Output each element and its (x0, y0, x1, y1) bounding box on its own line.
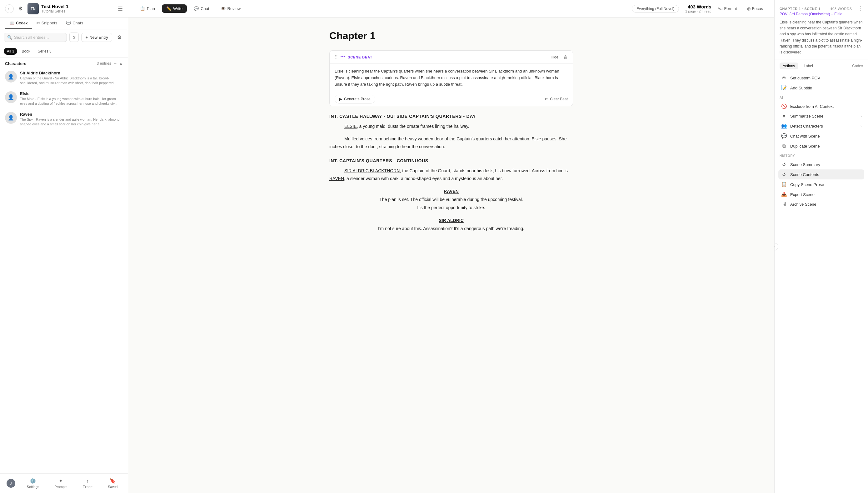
avatar: 👤 (5, 112, 17, 124)
novel-name: Test Novel 1 (41, 4, 115, 9)
character-name-heading-2: SIR ALDRIC (329, 218, 573, 223)
sir-aldric-link: SIR ALDRIC BLACKTHORN (344, 168, 400, 173)
saved-icon: 🔖 (110, 478, 116, 484)
action-scene-contents[interactable]: ↺ Scene Contents (778, 169, 864, 179)
action-paragraph-1: ELSIE, a young maid, dusts the ornate fr… (329, 123, 573, 130)
main-topbar: 📋 Plan ✏️ Write 💬 Chat 👁️ Review Everyth… (128, 0, 774, 18)
actions-panel: Actions Label + Codex 👁 Set custom POV 📝… (775, 59, 868, 493)
tab-label[interactable]: Label (801, 63, 816, 69)
elsie-link: ELSIE (344, 124, 357, 129)
settings-button[interactable]: ⚙️ Settings (23, 477, 43, 490)
action-paragraph-2: Muffled voices from behind the heavy woo… (329, 135, 573, 151)
action-scene-summary[interactable]: ↺ Scene Summary (778, 159, 864, 169)
action-archive-scene[interactable]: 🗄 Archive Scene (778, 199, 864, 209)
scene-beat-wave-icon: 〜 (340, 54, 345, 60)
review-nav-button[interactable]: 👁️ Review (216, 4, 245, 13)
full-novel-button[interactable]: Everything (Full Novel) (632, 5, 679, 13)
action-summarize-scene[interactable]: ≡ Summarize Scene › (778, 111, 864, 121)
action-copy-scene-prose[interactable]: 📋 Copy Scene Prose (778, 179, 864, 190)
clear-beat-button[interactable]: ⟳ Clear Beat (545, 97, 568, 101)
tab-codex[interactable]: 📖 Codex (5, 18, 32, 29)
collapse-characters-icon[interactable]: ▲ (119, 61, 123, 66)
detect-icon: 👥 (781, 123, 787, 129)
filter-tab-book[interactable]: Book (18, 48, 33, 55)
character-name: Sir Aldric Blackthorn (20, 71, 123, 76)
prompts-button[interactable]: ✦ Prompts (51, 477, 71, 490)
more-options-icon[interactable]: ⋮ (858, 5, 863, 12)
character-name: Raven (20, 112, 123, 116)
plus-icon: + (85, 35, 88, 40)
clear-icon: ⟳ (545, 97, 548, 101)
chats-icon: 💬 (66, 21, 71, 25)
action-chat-with-scene[interactable]: 💬 Chat with Scene (778, 131, 864, 141)
word-count-area: 403 Words 1 page · 2m read (685, 4, 711, 13)
filter-tab-all[interactable]: All 3 (4, 48, 17, 55)
character-info: Raven The Spy - Raven is a slender and a… (20, 112, 123, 127)
dialog-2: I'm not sure about this. Assassination? … (378, 225, 524, 233)
archive-icon: 🗄 (781, 202, 787, 207)
tab-snippets[interactable]: ✂ Snippets (32, 18, 62, 29)
scene-desc: Elsie is cleaning near the Captain's qua… (780, 19, 863, 55)
scene-beat-card: ⠿ 〜 SCENE BEAT Hide 🗑 Elsie is cleaning … (329, 50, 573, 106)
editor-area[interactable]: Chapter 1 ⠿ 〜 SCENE BEAT Hide 🗑 Elsie is… (311, 18, 592, 493)
search-icon: 🔍 (7, 35, 12, 40)
avatar: 👤 (5, 91, 17, 103)
list-item[interactable]: 👤 Elsie The Maid - Elsie is a young woma… (2, 89, 125, 109)
back-button[interactable]: ← (5, 4, 14, 13)
search-input-wrap: 🔍 (4, 33, 67, 42)
prompts-icon: ✦ (59, 478, 63, 484)
arrow-icon: › (861, 114, 862, 119)
codex-icon: 📖 (9, 21, 14, 25)
action-exclude-ai[interactable]: 🚫 Exclude from AI Context (778, 101, 864, 111)
scene-pov: POV: 3rd Person (Omniscient) – Elsie (780, 12, 863, 16)
action-set-custom-pov[interactable]: 👁 Set custom POV (778, 73, 864, 83)
dialog-1: The plan is set. The official will be vu… (378, 196, 524, 211)
character-desc: Captain of the Guard - Sir Aldric Blackt… (20, 76, 123, 86)
settings-icon[interactable]: ⚙ (16, 4, 25, 13)
duplicate-icon: ⧉ (781, 143, 787, 149)
list-item[interactable]: 👤 Raven The Spy - Raven is a slender and… (2, 109, 125, 129)
add-character-icon[interactable]: + (114, 61, 116, 66)
scene-heading-2: INT. CAPTAIN'S QUARTERS - CONTINUOUS (329, 158, 573, 163)
copy-icon: 📋 (781, 181, 787, 187)
action-detect-characters[interactable]: 👥 Detect Characters › (778, 121, 864, 131)
codex-settings-button[interactable]: ⚙ (115, 33, 124, 42)
tab-actions[interactable]: Actions (780, 63, 798, 69)
filter-tab-series[interactable]: Series 3 (35, 48, 55, 55)
delete-scene-beat-icon[interactable]: 🗑 (563, 55, 568, 60)
plan-icon: 📋 (140, 6, 145, 11)
character-desc: The Spy - Raven is a slender and agile w… (20, 117, 123, 127)
saved-button[interactable]: 🔖 Saved (104, 477, 121, 490)
tab-chats[interactable]: 💬 Chats (62, 18, 88, 29)
write-nav-button[interactable]: ✏️ Write (162, 4, 187, 13)
hide-scene-beat-button[interactable]: Hide (551, 55, 558, 59)
generate-prose-button[interactable]: ▶ Generate Prose (335, 95, 375, 104)
character-info: Elsie The Maid - Elsie is a young woman … (20, 91, 123, 106)
focus-button[interactable]: ◎ Focus (743, 4, 767, 13)
plan-nav-button[interactable]: 📋 Plan (136, 4, 159, 13)
scene-beat-header: ⠿ 〜 SCENE BEAT Hide 🗑 (330, 51, 573, 64)
format-button[interactable]: Aa Format (714, 4, 741, 13)
search-input[interactable] (14, 35, 63, 40)
user-avatar[interactable]: U (6, 479, 15, 488)
contents-icon: ↺ (781, 172, 787, 177)
characters-section-meta: 3 entries + ▲ (97, 61, 123, 66)
sidebar-bottom-bar: U ⚙️ Settings ✦ Prompts ↑ Export 🔖 Saved (0, 473, 128, 493)
pov-icon: 👁 (781, 76, 787, 81)
action-duplicate-scene[interactable]: ⧉ Duplicate Scene (778, 141, 864, 151)
character-list: 👤 Sir Aldric Blackthorn Captain of the G… (0, 68, 128, 473)
action-add-subtitle[interactable]: 📝 Add Subtitle (778, 83, 864, 93)
filter-button[interactable]: ⧖ (69, 33, 79, 42)
chat-nav-button[interactable]: 💬 Chat (190, 4, 214, 13)
ai-section-label: AI (780, 96, 863, 100)
tab-add-codex[interactable]: + Codex (849, 64, 863, 68)
filter-icon: ⧖ (73, 35, 75, 40)
list-item[interactable]: 👤 Sir Aldric Blackthorn Captain of the G… (2, 68, 125, 88)
action-export-scene[interactable]: 📤 Export Scene (778, 190, 864, 199)
series-name: Tutorial Series (41, 9, 115, 14)
export-button[interactable]: ↑ Export (79, 477, 96, 490)
characters-section-title: Characters (5, 61, 26, 66)
new-entry-button[interactable]: + New Entry (81, 33, 112, 42)
sidebar: ← ⚙ TN Test Novel 1 Tutorial Series ☰ 📖 … (0, 0, 128, 493)
collapse-sidebar-icon[interactable]: ☰ (118, 5, 123, 12)
